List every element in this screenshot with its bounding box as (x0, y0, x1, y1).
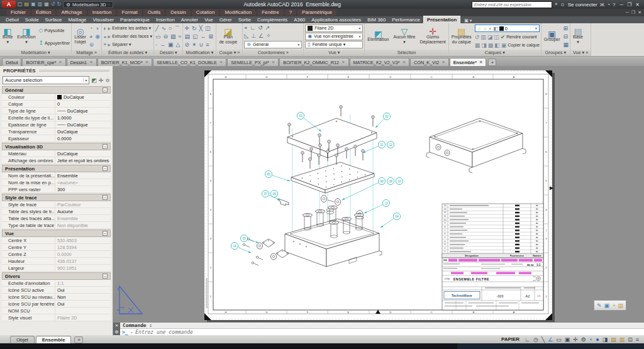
new-drawing-button[interactable]: + (488, 58, 496, 66)
property-value[interactable] (55, 307, 111, 314)
property-value[interactable]: Oui (55, 301, 111, 307)
menu-fichier[interactable]: Fichier (6, 9, 30, 16)
scale-button[interactable]: ◱ (192, 33, 198, 40)
mesh2-button[interactable]: ◑ (95, 25, 98, 31)
stretch-button[interactable]: ↔ (201, 33, 206, 40)
doc-close-button[interactable]: ✕ (638, 10, 641, 15)
annotation-monitor-icon[interactable]: ● (596, 336, 599, 343)
close-icon[interactable]: ✕ (145, 60, 148, 65)
panel-label-dessin[interactable]: Dessin ▾ (154, 50, 183, 56)
doc-tab-boitier-k1-mod[interactable]: BOITIER_K1_MOD*✕ (97, 58, 153, 66)
doc-tab-d-but[interactable]: Début (2, 58, 21, 66)
menu-insertion[interactable]: Insertion (88, 9, 116, 16)
menu-dition[interactable]: Édition (31, 9, 55, 16)
new-layout-button[interactable]: + (74, 336, 83, 343)
ray-button[interactable]: → (160, 42, 165, 48)
lisser-l-objet-button[interactable]: ◎Lisserl'objet (73, 24, 87, 49)
property-value[interactable]: Ensemble (55, 172, 111, 179)
property-value[interactable]: 900.1951 (55, 265, 111, 271)
property-value[interactable]: 1.0000 (55, 114, 111, 121)
menu-modification[interactable]: Modification (220, 9, 256, 16)
menu-affichage[interactable]: Affichage (57, 9, 86, 16)
ribbon-tab-insertion[interactable]: Insertion (153, 16, 178, 23)
mesh5-button[interactable]: ⊕ (89, 42, 94, 48)
panel-label-s-lection[interactable]: Sélection (365, 50, 448, 56)
plan-de-coupe-button[interactable]: ◪Plande coupe (218, 24, 238, 49)
communication-center-icon[interactable]: ◔ (607, 2, 610, 8)
palette-grip[interactable] (39, 70, 109, 72)
panel-label-vue[interactable]: Vue ▾ » (570, 50, 591, 56)
g-n-ral-dropdown[interactable]: ⊕Général▾ (244, 41, 302, 48)
ucs8-button[interactable]: ✧ (266, 33, 271, 39)
menu-cotation[interactable]: Cotation (192, 9, 219, 16)
collapse-icon[interactable]: − (103, 144, 108, 149)
collapse-icon[interactable]: − (103, 274, 108, 279)
trim-button[interactable]: ╳ (199, 25, 203, 31)
ucs5-button[interactable]: ◺ (244, 33, 248, 39)
ellipse-button[interactable]: ⊖ (163, 33, 168, 40)
property-value[interactable]: <aucune> (55, 179, 111, 186)
new-file-icon[interactable]: ▢ (18, 1, 23, 8)
rotate-button[interactable]: ↻ (192, 25, 197, 31)
property-value[interactable]: Aucune (55, 208, 111, 214)
line-button[interactable]: ╱ (155, 25, 158, 31)
menu-fen-tre[interactable]: Fenêtre (257, 9, 284, 16)
menu-param-trique[interactable]: Paramétrique (297, 9, 336, 16)
ribbon-tab-solide[interactable]: Solide (22, 16, 42, 23)
paper-space-toggle[interactable]: PAPIER (501, 336, 519, 342)
doc-tab-boitier-cpe[interactable]: BOITIER_cpe*✕ (22, 58, 65, 66)
help-icon[interactable]: ? (613, 2, 615, 8)
panel-label-modification[interactable]: Modification ▾ (183, 50, 216, 56)
close-icon[interactable]: ✕ (272, 60, 275, 65)
restore-button[interactable]: ❐ (627, 2, 631, 8)
help-search-input[interactable] (472, 1, 552, 8)
rect2-button[interactable]: ▭ (155, 33, 161, 40)
ribbon-tab-visualiser[interactable]: Visualiser (89, 16, 117, 23)
workspace-switcher[interactable]: ⚙ Modélisation 3D ▾ (63, 1, 113, 8)
save-icon[interactable]: ▣ (31, 1, 36, 8)
close-button[interactable]: ✕ (635, 2, 640, 8)
base-button[interactable]: ▤Base▾ (572, 24, 584, 49)
property-value[interactable]: Jette et reçoit les ombres (55, 157, 111, 163)
menu-item[interactable]: ? (285, 9, 296, 16)
property-value[interactable]: 0.0000 (55, 135, 111, 141)
propri-t-s-du-calque-button[interactable]: ▤Propriétésdu calque (450, 24, 473, 49)
point-button[interactable]: · (155, 42, 157, 48)
doc-tab-dessin1[interactable]: Dessin1✕ (67, 58, 97, 66)
close-icon[interactable]: ✕ (219, 60, 223, 65)
panel-label-dition-de-solides[interactable]: Édition de solides ▾ (102, 50, 153, 56)
panel-label-maillage[interactable]: Maillage » (72, 50, 101, 56)
vue-non-enregistr-e-dropdown[interactable]: ◉Vue non enregistrée▾ (305, 33, 363, 40)
save-view-icon[interactable]: ▣ (604, 302, 610, 309)
export-icon[interactable]: ▤ (618, 302, 624, 309)
panel-label-vue[interactable]: Vue ▾ (304, 50, 364, 56)
isometric-drafting-icon[interactable]: ╲ (541, 336, 545, 343)
panel-label-calques[interactable]: Calques ▾ (449, 50, 541, 56)
dynamic-ucs-icon[interactable]: ▭ (556, 336, 562, 343)
appuyer-tirer-button[interactable]: ↥Appuyer/tirer (39, 40, 70, 46)
menu-format[interactable]: Format (117, 9, 142, 16)
close-icon[interactable]: ✕ (479, 60, 482, 65)
mesh4-button[interactable]: ◉ (95, 33, 100, 40)
arc-button[interactable]: ⌒ (174, 25, 180, 31)
property-value[interactable]: 1:1 (55, 280, 111, 286)
section-g-n-ral[interactable]: Général− (2, 86, 111, 94)
ucs4-button[interactable]: ↗ (265, 25, 270, 31)
ribbon-tab-surface[interactable]: Surface (42, 16, 65, 23)
doc-tab-con-k-vi2[interactable]: CON_K_VI2✕ (410, 58, 449, 66)
redo-icon[interactable]: ↻ (57, 1, 62, 8)
close-icon[interactable]: ✕ (58, 60, 62, 65)
property-value[interactable]: Non (55, 294, 111, 300)
autocad-logo-icon[interactable]: A (2, 1, 16, 8)
region-button[interactable]: ▣ (168, 42, 174, 48)
circle-button[interactable]: ○ (169, 25, 172, 31)
polar-tracking-icon[interactable]: ◷ (533, 336, 538, 343)
ribbon-tab-maillage[interactable]: Maillage (65, 16, 89, 23)
panel-label-coordonn-es[interactable]: Coordonnées » (243, 50, 303, 56)
doc-restore-button[interactable]: ❐ (631, 10, 635, 15)
sign-in-button[interactable]: Se connecter (568, 2, 597, 8)
ribbon-tab-g-rer[interactable]: Gérer (216, 16, 235, 23)
layout-tab-ensemble[interactable]: Ensemble (36, 336, 72, 343)
close-icon[interactable]: ✕ (441, 60, 445, 65)
offset-button[interactable]: ≡ (206, 42, 209, 48)
